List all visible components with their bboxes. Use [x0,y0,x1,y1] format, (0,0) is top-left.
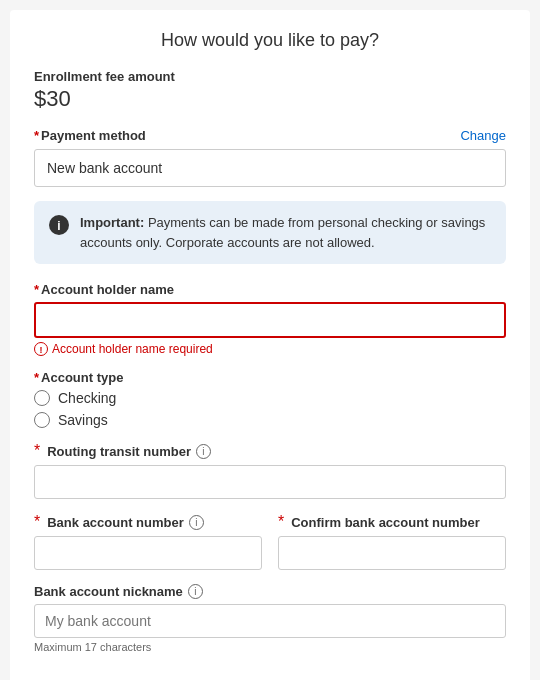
account-type-group: *Account type Checking Savings [34,370,506,428]
radio-savings[interactable]: Savings [34,412,506,428]
account-holder-group: *Account holder name ! Account holder na… [34,282,506,356]
enrollment-amount: $30 [34,86,506,112]
important-icon: i [48,214,70,236]
account-type-label: *Account type [34,370,506,385]
confirm-bank-label-group: * Confirm bank account number [278,513,506,531]
routing-label: Routing transit number [47,444,191,459]
nickname-hint: Maximum 17 characters [34,641,506,653]
nickname-input[interactable] [34,604,506,638]
routing-label-group: * Routing transit number i [34,442,506,460]
account-holder-error: ! Account holder name required [34,342,506,356]
radio-checking-label: Checking [58,390,116,406]
nickname-info-icon[interactable]: i [188,584,203,599]
nickname-group: Bank account nickname i Maximum 17 chara… [34,584,506,653]
payment-method-label: *Payment method [34,128,146,143]
payment-method-value: New bank account [34,149,506,187]
routing-input[interactable] [34,465,506,499]
page-title: How would you like to pay? [34,30,506,51]
bank-account-group: * Bank account number i [34,513,262,570]
bank-account-row: * Bank account number i * Confirm bank a… [34,513,506,584]
svg-text:i: i [57,219,60,233]
confirm-bank-input[interactable] [278,536,506,570]
bank-account-input[interactable] [34,536,262,570]
radio-savings-input[interactable] [34,412,50,428]
enrollment-label: Enrollment fee amount [34,69,506,84]
account-holder-label: *Account holder name [34,282,506,297]
payment-form: How would you like to pay? Enrollment fe… [10,10,530,680]
svg-text:!: ! [40,345,43,355]
error-icon: ! [34,342,48,356]
required-star: * [34,128,39,143]
nickname-label-group: Bank account nickname i [34,584,506,599]
confirm-bank-label: Confirm bank account number [291,515,480,530]
payment-method-header: *Payment method Change [34,128,506,143]
account-type-options: Checking Savings [34,390,506,428]
account-holder-input[interactable] [34,302,506,338]
radio-checking[interactable]: Checking [34,390,506,406]
change-link[interactable]: Change [460,128,506,143]
bank-account-label-group: * Bank account number i [34,513,262,531]
bank-account-label: Bank account number [47,515,184,530]
routing-group: * Routing transit number i [34,442,506,499]
info-text: Important: Payments can be made from per… [80,213,492,252]
routing-info-icon[interactable]: i [196,444,211,459]
radio-checking-input[interactable] [34,390,50,406]
nickname-label: Bank account nickname [34,584,183,599]
info-box: i Important: Payments can be made from p… [34,201,506,264]
confirm-bank-account-group: * Confirm bank account number [278,513,506,570]
info-bold: Important: [80,215,144,230]
bank-account-info-icon[interactable]: i [189,515,204,530]
radio-savings-label: Savings [58,412,108,428]
